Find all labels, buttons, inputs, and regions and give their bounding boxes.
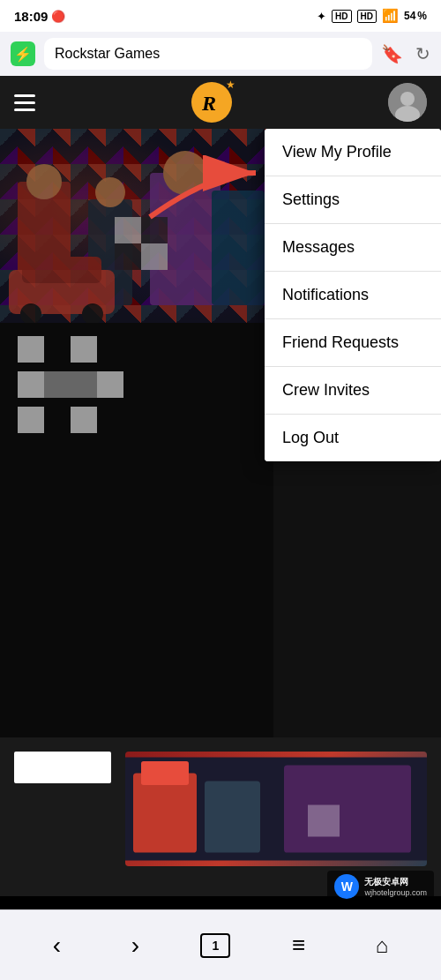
menu-item-settings[interactable]: Settings [265, 176, 441, 224]
svg-rect-33 [284, 766, 411, 853]
menu-item-log-out[interactable]: Log Out [265, 415, 441, 461]
url-bar[interactable]: Rockstar Games [44, 38, 372, 70]
svg-rect-31 [141, 761, 189, 785]
watermark-text-area: 无极安卓网 wjhotelgroup.com [364, 876, 427, 897]
dim-overlay [0, 129, 273, 737]
home-button[interactable]: ⌂ [367, 924, 398, 967]
menu-item-messages[interactable]: Messages [265, 224, 441, 272]
section-image-svg [125, 752, 427, 866]
svg-rect-34 [308, 805, 340, 837]
bookmark-icon[interactable]: 🔖 [381, 43, 403, 64]
watermark-logo: W [334, 874, 359, 899]
content-area: View My Profile Settings Messages Notifi… [0, 129, 441, 737]
watermark-site-name: 无极安卓网 [364, 876, 427, 888]
alarm-icon: 🔴 [51, 10, 65, 23]
watermark-url: wjhotelgroup.com [364, 888, 427, 897]
hamburger-line-1 [14, 94, 35, 97]
menu-button[interactable]: ≡ [283, 923, 314, 968]
time-display: 18:09 [14, 9, 48, 24]
section-image [125, 752, 427, 866]
rockstar-logo: R ★ [191, 82, 232, 123]
refresh-icon[interactable]: ↻ [415, 43, 430, 64]
logo-star-icon: ★ [226, 79, 235, 91]
browser-bar: ⚡ Rockstar Games 🔖 ↻ [0, 32, 441, 76]
hd-badge-2: HD [357, 10, 377, 23]
svg-text:R: R [201, 92, 216, 115]
browser-actions: 🔖 ↻ [381, 43, 430, 64]
hd-badge-1: HD [332, 10, 351, 23]
menu-item-crew-invites[interactable]: Crew Invites [265, 367, 441, 415]
browser-shield-icon: ⚡ [11, 41, 35, 66]
watermark: W 无极安卓网 wjhotelgroup.com [327, 871, 434, 902]
back-button[interactable]: ‹ [44, 923, 70, 969]
app-header: R ★ [0, 76, 441, 129]
bottom-nav: ‹ › 1 ≡ ⌂ [0, 909, 441, 980]
url-text: Rockstar Games [55, 46, 160, 62]
hamburger-button[interactable] [14, 94, 35, 111]
battery-indicator: 54 % [404, 10, 427, 22]
dropdown-menu: View My Profile Settings Messages Notifi… [265, 129, 441, 461]
status-bar: 18:09 🔴 ✦ HD HD 📶 54 % [0, 0, 441, 32]
menu-item-friend-requests[interactable]: Friend Requests [265, 319, 441, 367]
battery-level: 54 [404, 10, 415, 22]
forward-button[interactable]: › [123, 923, 148, 969]
user-avatar[interactable] [388, 83, 427, 122]
bluetooth-icon: ✦ [317, 10, 326, 23]
hamburger-line-2 [14, 101, 35, 104]
menu-item-notifications[interactable]: Notifications [265, 272, 441, 319]
svg-point-3 [400, 92, 415, 106]
page-counter[interactable]: 1 [200, 933, 230, 958]
menu-item-view-my-profile[interactable]: View My Profile [265, 129, 441, 176]
avatar-svg [388, 83, 427, 122]
status-icons: ✦ HD HD 📶 54 % [317, 8, 427, 24]
status-time: 18:09 🔴 [14, 9, 65, 24]
wifi-icon: 📶 [382, 8, 399, 24]
svg-marker-1 [217, 90, 224, 96]
app-container: R ★ [0, 76, 441, 896]
svg-rect-32 [205, 782, 260, 853]
hamburger-line-3 [14, 108, 35, 111]
r-logo-svg: R [198, 89, 225, 116]
section-title-placeholder [14, 752, 111, 783]
